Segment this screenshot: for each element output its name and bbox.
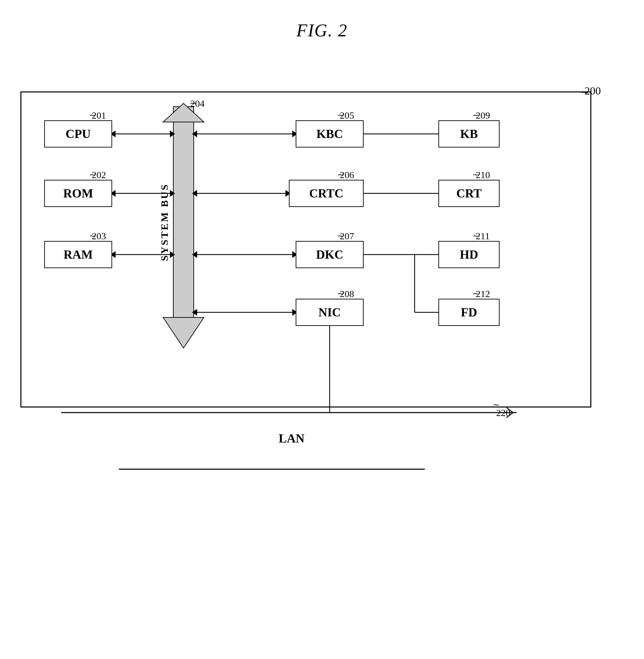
ref-206-label: 206 [340,170,354,180]
ref-201-label: 201 [92,110,106,121]
hd-label: HD [460,247,478,262]
ref-208-label: 208 [340,289,354,299]
page-title: FIG. 2 [0,0,644,54]
ref-210-label: 210 [476,170,490,180]
ref-212-label: 212 [476,289,490,299]
kbc-label: KBC [316,127,343,141]
nic-box: NIC [296,299,364,326]
cpu-label: CPU [66,127,91,141]
kb-label: KB [460,127,478,141]
rom-box: ROM [44,180,112,207]
crtc-box: CRTC [289,180,364,207]
crtc-label: CRTC [309,186,344,201]
kbc-box: KBC [296,120,364,148]
ref-202-label: 202 [92,170,106,180]
diagram-container: 200 [0,54,644,632]
crt-box: CRT [438,180,500,207]
ref-200: 200 [585,85,601,97]
dkc-label: DKC [316,247,343,262]
nic-label: NIC [318,305,341,319]
ref-205-label: 205 [340,110,354,121]
ref-204-label: 204 [190,98,205,109]
ref-220-label: 220 [496,407,510,418]
hd-box: HD [438,241,500,268]
cpu-box: CPU [44,120,112,148]
bottom-line [119,469,425,470]
fd-label: FD [461,305,477,319]
ref-209-label: 209 [476,110,490,121]
fd-box: FD [438,299,500,326]
ref-211-label: 211 [476,231,490,242]
system-bus-label: SYSTEM BUS [159,183,170,261]
crt-label: CRT [456,186,482,201]
kb-box: KB [438,120,500,148]
ram-label: RAM [64,247,93,262]
ref-207-label: 207 [340,231,354,242]
ref-203-label: 203 [92,231,106,242]
rom-label: ROM [63,186,93,201]
dkc-box: DKC [296,241,364,268]
lan-label: LAN [279,431,304,446]
ram-box: RAM [44,241,112,268]
